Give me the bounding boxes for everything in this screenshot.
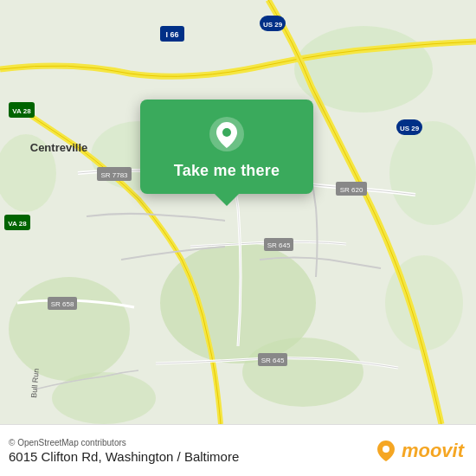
svg-text:SR 645: SR 645 — [261, 357, 285, 364]
svg-text:I 66: I 66 — [165, 30, 178, 39]
svg-text:US 29: US 29 — [263, 21, 283, 29]
svg-point-34 — [383, 446, 389, 453]
svg-text:SR 7783: SR 7783 — [100, 171, 128, 179]
moovit-pin-icon — [374, 439, 398, 463]
copyright-text: © OpenStreetMap contributors — [9, 438, 239, 447]
svg-text:SR 620: SR 620 — [340, 186, 363, 194]
moovit-logo: moovit — [374, 439, 464, 463]
svg-point-33 — [222, 128, 231, 137]
svg-text:SR 645: SR 645 — [267, 241, 291, 249]
moovit-brand-text: moovit — [402, 440, 464, 462]
svg-text:US 29: US 29 — [400, 125, 420, 132]
svg-text:SR 658: SR 658 — [51, 300, 74, 308]
take-me-there-button[interactable]: Take me there — [174, 162, 280, 180]
svg-point-2 — [9, 277, 130, 381]
svg-text:Centreville: Centreville — [30, 141, 87, 154]
address-text: 6015 Clifton Rd, Washington / Baltimore — [9, 449, 239, 464]
map-svg: I 66 US 29 US 29 VA 28 VA 28 SR 7783 SR … — [0, 0, 476, 424]
popup-card: Take me there — [140, 100, 313, 194]
svg-text:VA 28: VA 28 — [12, 107, 31, 115]
svg-point-4 — [389, 121, 476, 225]
svg-text:VA 28: VA 28 — [8, 220, 27, 228]
location-pin-icon — [208, 115, 246, 153]
svg-point-6 — [242, 338, 363, 407]
map-container: I 66 US 29 US 29 VA 28 VA 28 SR 7783 SR … — [0, 0, 476, 424]
bottom-bar: © OpenStreetMap contributors 6015 Clifto… — [0, 424, 476, 476]
svg-point-7 — [52, 372, 156, 424]
address-section: © OpenStreetMap contributors 6015 Clifto… — [9, 438, 239, 464]
